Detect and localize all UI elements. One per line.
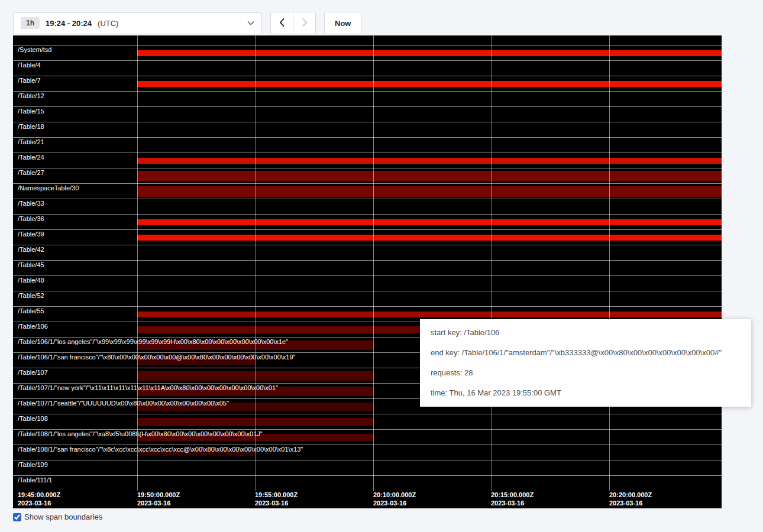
heatmap-cell[interactable]: [609, 430, 722, 445]
heatmap-cell[interactable]: [373, 414, 491, 429]
heatmap-cell[interactable]: [137, 61, 255, 76]
heatmap-cell[interactable]: [137, 46, 255, 60]
heatmap-cell[interactable]: [137, 414, 255, 429]
heatmap-cell[interactable]: [609, 122, 722, 137]
heatmap-cell[interactable]: [491, 199, 609, 214]
heatmap-cell[interactable]: [491, 261, 609, 275]
heatmap-cell[interactable]: [255, 76, 373, 91]
heatmap-cell[interactable]: [373, 168, 491, 183]
heatmap-cell[interactable]: [137, 76, 255, 91]
heatmap-cell[interactable]: [609, 61, 722, 76]
heatmap-cell[interactable]: [491, 138, 609, 153]
heatmap-cell[interactable]: [255, 184, 373, 199]
heatmap-cell[interactable]: [609, 414, 722, 429]
heatmap-cell[interactable]: [609, 76, 722, 91]
heatmap-cell[interactable]: [137, 261, 255, 275]
heatmap-cell[interactable]: [491, 414, 609, 429]
heatmap-cell[interactable]: [255, 460, 373, 475]
heatmap-cell[interactable]: [373, 215, 491, 229]
heatmap-cell[interactable]: [609, 476, 722, 491]
key-visualizer-canvas[interactable]: /System/tsd/Table/4/Table/7/Table/12/Tab…: [13, 35, 722, 508]
heatmap-cell[interactable]: [373, 245, 491, 260]
heatmap-cell[interactable]: [255, 414, 373, 429]
heatmap-cell[interactable]: [609, 138, 722, 153]
heatmap-cell[interactable]: [255, 261, 373, 275]
heatmap-cell[interactable]: [255, 276, 373, 291]
heatmap-cell[interactable]: [137, 122, 255, 137]
heatmap-cell[interactable]: [137, 215, 255, 229]
heatmap-cell[interactable]: [137, 184, 255, 199]
heatmap-cell[interactable]: [137, 107, 255, 122]
heatmap-cell[interactable]: [255, 138, 373, 153]
heatmap-cell[interactable]: [255, 168, 373, 183]
heatmap-cell[interactable]: [255, 307, 373, 322]
heatmap-cell[interactable]: [491, 61, 609, 76]
heatmap-cell[interactable]: [373, 184, 491, 199]
heatmap-cell[interactable]: [255, 322, 373, 337]
heatmap-cell[interactable]: [137, 368, 255, 383]
heatmap-cell[interactable]: [255, 107, 373, 122]
heatmap-cell[interactable]: [137, 291, 255, 306]
heatmap-cell[interactable]: [609, 445, 722, 460]
heatmap-cell[interactable]: [137, 322, 255, 337]
heatmap-cell[interactable]: [491, 168, 609, 183]
heatmap-cell[interactable]: [491, 445, 609, 460]
heatmap-cell[interactable]: [373, 199, 491, 214]
heatmap-cell[interactable]: [373, 61, 491, 76]
heatmap-cell[interactable]: [255, 92, 373, 106]
heatmap-cell[interactable]: [373, 153, 491, 168]
heatmap-cell[interactable]: [255, 230, 373, 245]
heatmap-cell[interactable]: [491, 184, 609, 199]
heatmap-cell[interactable]: [491, 92, 609, 106]
heatmap-cell[interactable]: [609, 168, 722, 183]
heatmap-cell[interactable]: [255, 399, 373, 414]
heatmap-cell[interactable]: [137, 276, 255, 291]
heatmap-cell[interactable]: [255, 153, 373, 168]
heatmap-cell[interactable]: [609, 92, 722, 106]
next-interval-button[interactable]: [293, 12, 316, 34]
heatmap-cell[interactable]: [255, 430, 373, 445]
heatmap-cell[interactable]: [373, 291, 491, 306]
heatmap-cell[interactable]: [373, 92, 491, 106]
heatmap-cell[interactable]: [373, 122, 491, 137]
heatmap-cell[interactable]: [609, 276, 722, 291]
heatmap-cell[interactable]: [373, 445, 491, 460]
heatmap-cell[interactable]: [609, 261, 722, 275]
heatmap-cell[interactable]: [491, 215, 609, 229]
heatmap-cell[interactable]: [137, 230, 255, 245]
heatmap-cell[interactable]: [609, 153, 722, 168]
heatmap-cell[interactable]: [137, 168, 255, 183]
heatmap-cell[interactable]: [609, 460, 722, 475]
heatmap-cell[interactable]: [491, 476, 609, 491]
heatmap-cell[interactable]: [373, 476, 491, 491]
heatmap-cell[interactable]: [373, 460, 491, 475]
heatmap-cell[interactable]: [255, 199, 373, 214]
heatmap-cell[interactable]: [491, 291, 609, 306]
heatmap-cell[interactable]: [137, 92, 255, 106]
heatmap-cell[interactable]: [609, 199, 722, 214]
heatmap-cell[interactable]: [373, 276, 491, 291]
heatmap-cell[interactable]: [137, 199, 255, 214]
heatmap-cell[interactable]: [491, 46, 609, 60]
heatmap-cell[interactable]: [373, 430, 491, 445]
heatmap-cell[interactable]: [137, 245, 255, 260]
heatmap-cell[interactable]: [373, 46, 491, 60]
heatmap-cell[interactable]: [491, 122, 609, 137]
heatmap-cell[interactable]: [609, 46, 722, 60]
heatmap-cell[interactable]: [609, 107, 722, 122]
heatmap-cell[interactable]: [137, 138, 255, 153]
heatmap-cell[interactable]: [255, 368, 373, 383]
heatmap-cell[interactable]: [137, 307, 255, 322]
heatmap-cell[interactable]: [373, 261, 491, 275]
heatmap-cell[interactable]: [491, 245, 609, 260]
heatmap-cell[interactable]: [609, 291, 722, 306]
heatmap-cell[interactable]: [373, 107, 491, 122]
heatmap-cell[interactable]: [491, 230, 609, 245]
heatmap-cell[interactable]: [255, 61, 373, 76]
show-span-boundaries-checkbox[interactable]: [13, 513, 21, 521]
heatmap-cell[interactable]: [491, 107, 609, 122]
heatmap-cell[interactable]: [373, 76, 491, 91]
heatmap-cell[interactable]: [609, 230, 722, 245]
time-range-picker[interactable]: 1h 19:24 - 20:24 (UTC): [13, 12, 262, 34]
heatmap-cell[interactable]: [491, 153, 609, 168]
